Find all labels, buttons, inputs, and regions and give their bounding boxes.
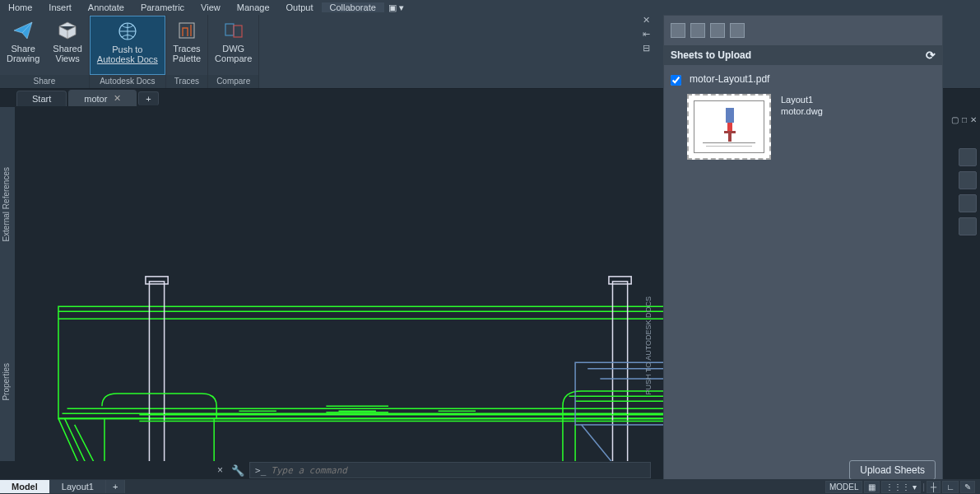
panel-close-icon[interactable]: ✕ — [643, 15, 650, 26]
traces-icon — [175, 19, 198, 42]
menu-bar: Home Insert Annotate Parametric View Man… — [0, 0, 980, 15]
tab-start[interactable]: Start — [16, 91, 67, 106]
share-drawing-button[interactable]: Share Drawing — [0, 16, 46, 75]
sheet-item[interactable]: motor-Layout1.pdf — [671, 70, 936, 89]
status-ortho-icon[interactable]: ∟ — [942, 481, 959, 493]
tab-motor[interactable]: motor ✕ — [68, 90, 137, 106]
nav-tool-zoom[interactable] — [959, 194, 977, 212]
menu-parametric[interactable]: Parametric — [132, 2, 193, 12]
ribbon-group-autodesk-docs: Push to Autodesk Docs Autodesk Docs — [90, 15, 166, 88]
sheets-to-upload-panel: Sheets to Upload ⟳ motor-Layout1.pdf Lay… — [663, 15, 943, 487]
add-sheet-icon[interactable] — [671, 23, 685, 38]
window-minimize-icon[interactable]: ▢ — [951, 115, 959, 124]
ribbon-group-traces: Traces Palette Traces — [166, 15, 208, 88]
layout-tab-layout1[interactable]: Layout1 — [50, 480, 106, 493]
external-references-panel-tab[interactable]: External References — [0, 159, 15, 250]
far-right-toolbar: ▢ □ ✕ — [943, 107, 980, 487]
menu-insert[interactable]: Insert — [40, 2, 80, 12]
svg-rect-9 — [612, 282, 627, 461]
menu-collaborate[interactable]: Collaborate — [322, 2, 384, 12]
command-close-icon[interactable]: × — [214, 464, 226, 476]
command-line: × 🔧 >_ — [214, 461, 651, 479]
menu-overflow-dropdown[interactable]: ▣ ▾ — [384, 2, 409, 13]
status-crosshair-icon[interactable]: ┼ — [927, 481, 941, 493]
shared-views-button[interactable]: Shared Views — [46, 16, 88, 75]
dwg-compare-button[interactable]: DWG Compare — [208, 16, 258, 75]
upload-sheets-button[interactable]: Upload Sheets — [849, 460, 936, 480]
panel-control-buttons: ✕ ⇤ ⊟ — [639, 15, 653, 54]
navigation-tools — [959, 148, 977, 235]
sheet-meta: Layout1 motor.dwg — [781, 94, 823, 160]
globe-push-icon — [116, 20, 139, 43]
compare-icon — [222, 19, 245, 42]
ribbon-group-label: Compare — [208, 75, 258, 88]
ribbon-group-compare: DWG Compare Compare — [208, 15, 259, 88]
window-close-icon[interactable]: ✕ — [970, 115, 977, 124]
nav-tool-compass[interactable] — [959, 148, 977, 166]
panel-collapse-icon[interactable]: ⇤ — [643, 29, 650, 40]
push-autodesk-docs-panel-label: PUSH TO AUTODESK DOCS — [644, 296, 653, 395]
ribbon-group-label: Share — [0, 75, 89, 88]
settings-icon[interactable] — [710, 23, 725, 38]
sheets-panel-header: Sheets to Upload ⟳ — [664, 45, 942, 65]
status-grid-icon[interactable]: ▦ — [864, 481, 880, 493]
sheet-layout-name: Layout1 — [781, 94, 823, 105]
command-input[interactable] — [271, 465, 645, 476]
command-config-icon[interactable]: 🔧 — [231, 464, 244, 477]
close-tab-icon[interactable]: ✕ — [114, 93, 121, 104]
remove-sheet-icon[interactable] — [690, 23, 705, 38]
side-panels-collapsed: External References Properties — [0, 107, 15, 461]
paper-plane-icon — [12, 19, 35, 42]
ribbon-group-label: Autodesk Docs — [90, 75, 165, 88]
push-autodesk-docs-button[interactable]: Push to Autodesk Docs — [90, 16, 165, 75]
sheet-source-file: motor.dwg — [781, 105, 823, 117]
window-controls: ▢ □ ✕ — [951, 115, 977, 124]
nav-tool-orbit[interactable] — [959, 217, 977, 235]
nav-tool-pan[interactable] — [959, 171, 977, 189]
menu-view[interactable]: View — [193, 2, 229, 12]
status-annotate-icon[interactable]: ✎ — [960, 481, 975, 493]
sheets-panel-title: Sheets to Upload — [671, 49, 751, 61]
sheet-thumbnail[interactable] — [687, 94, 771, 160]
status-bar: MODEL ▦ ⋮⋮⋮ ▾ | ┼ ∟ ✎ — [825, 481, 980, 493]
sheets-list: motor-Layout1.pdf Layout1 motor.dwg — [664, 65, 942, 454]
bottom-bar: Model Layout1 + MODEL ▦ ⋮⋮⋮ ▾ | ┼ ∟ ✎ — [0, 479, 980, 494]
traces-palette-button[interactable]: Traces Palette — [166, 16, 207, 75]
command-prompt-icon: >_ — [255, 465, 266, 476]
layout-tab-add[interactable]: + — [106, 480, 125, 493]
svg-rect-2 — [225, 24, 234, 35]
menu-output[interactable]: Output — [278, 2, 322, 12]
svg-rect-1 — [179, 23, 194, 38]
tab-add-button[interactable]: + — [138, 91, 158, 105]
ribbon-group-label: Traces — [166, 75, 207, 88]
status-model-button[interactable]: MODEL — [825, 481, 863, 493]
sheet-filename: motor-Layout1.pdf — [690, 73, 769, 85]
status-snap-icon[interactable]: ⋮⋮⋮ ▾ — [881, 481, 921, 493]
refresh-icon[interactable]: ⟳ — [926, 49, 936, 62]
window-maximize-icon[interactable]: □ — [962, 115, 967, 124]
command-input-wrap[interactable]: >_ — [249, 462, 651, 478]
cube-icon — [56, 19, 79, 42]
svg-rect-7 — [149, 282, 164, 461]
sheet-thumbnail-row: Layout1 motor.dwg — [671, 94, 936, 160]
save-icon[interactable] — [730, 23, 745, 38]
layout-tab-model[interactable]: Model — [0, 480, 50, 493]
sheet-checkbox[interactable] — [671, 75, 681, 86]
svg-rect-3 — [234, 26, 242, 37]
panel-pin-icon[interactable]: ⊟ — [643, 43, 650, 54]
menu-manage[interactable]: Manage — [229, 2, 278, 12]
sheets-toolbar — [664, 16, 942, 45]
menu-annotate[interactable]: Annotate — [80, 2, 132, 12]
ribbon-group-share: Share Drawing Shared Views Share — [0, 15, 90, 88]
properties-panel-tab[interactable]: Properties — [0, 355, 15, 409]
menu-home[interactable]: Home — [0, 2, 40, 12]
